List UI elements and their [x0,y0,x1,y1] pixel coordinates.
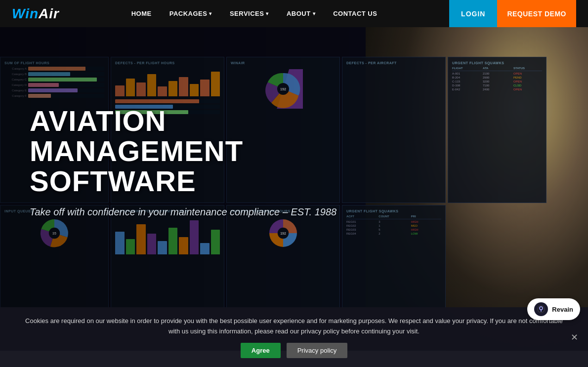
chevron-down-icon: ▾ [266,11,269,16]
panel2-title: DEFECTS - PER FLIGHT HOURS [115,61,220,65]
nav-contact[interactable]: CONTACT US [324,0,386,27]
pie-chart-3: 192 [266,216,300,250]
hero-section: SUM OF FLIGHT HOURS Category A Category … [0,27,588,351]
logo[interactable]: WinAir [12,6,59,22]
svg-text:35: 35 [52,232,56,235]
agree-button[interactable]: Agree [241,343,281,358]
nav-services[interactable]: SERVICES ▾ [221,0,278,27]
panel1-title: SUM OF FLIGHT HOURS [4,61,104,65]
panel4-title: DEFECTS - PER AIRCRAFT [346,61,441,65]
pie-chart-2: 35 [37,216,72,250]
hbar-label: Category A [4,67,27,70]
revain-logo-icon [537,305,545,313]
nav-about[interactable]: ABOUT ▾ [278,0,324,27]
hero-title: AVIATION MANAGEMENT SOFTWARE [30,106,380,197]
hero-subtitle: Take off with confidence in your mainten… [30,206,380,218]
login-button[interactable]: LOGIN [449,0,497,27]
close-button[interactable]: ✕ [571,332,578,343]
cookie-message: Cookies are required on our website in o… [20,316,568,337]
nav-links: HOME PACKAGES ▾ SERVICES ▾ ABOUT ▾ CONTA… [123,0,386,27]
svg-text:192: 192 [280,232,286,235]
hbar-label: Category F [4,94,27,97]
chevron-down-icon: ▾ [313,11,316,16]
privacy-policy-button[interactable]: Privacy policy [287,343,347,358]
navbar: WinAir HOME PACKAGES ▾ SERVICES ▾ ABOUT … [0,0,588,27]
request-demo-button[interactable]: REQUEST DEMO [497,0,576,27]
hero-text-block: AVIATION MANAGEMENT SOFTWARE Take off wi… [30,106,380,218]
nav-buttons: LOGIN REQUEST DEMO [449,0,576,27]
hbar-label: Category E [4,89,27,92]
cookie-banner: Cookies are required on our website in o… [0,307,588,367]
hbar-label: Category B [4,73,27,76]
panel3-title: WinAir [231,61,336,65]
chevron-down-icon: ▾ [209,11,212,16]
hbar-label: Category C [4,78,27,81]
hbar-label: Category D [4,83,27,86]
panel5-title: URGENT FLIGHT SQUAWKS [452,61,542,65]
revain-label: Revain [552,306,573,313]
nav-home[interactable]: HOME [123,0,161,27]
revain-icon [534,302,548,316]
cookie-buttons: Agree Privacy policy [241,343,347,358]
nav-packages[interactable]: PACKAGES ▾ [161,0,221,27]
revain-widget[interactable]: Revain [527,298,580,320]
pie-chart: 192 [263,69,303,109]
panel-urgent-squawks: URGENT FLIGHT SQUAWKS FLIGHT ATA STATUS … [448,57,546,203]
svg-text:192: 192 [280,87,286,91]
